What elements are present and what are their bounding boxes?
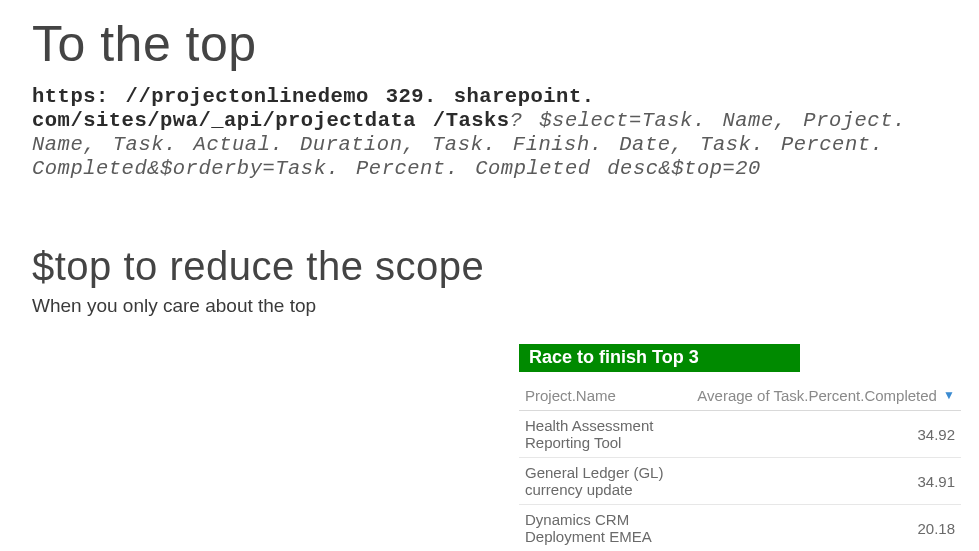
cell-project-name: General Ledger (GL) currency update <box>519 458 691 505</box>
top3-table: Project.Name Average of Task.Percent.Com… <box>519 382 961 551</box>
top3-chart-title: Race to finish Top 3 <box>519 344 800 372</box>
table-row: Dynamics CRM Deployment EMEA 20.18 <box>519 505 961 552</box>
odata-url-block: https: //projectonlinedemo 329. sharepoi… <box>32 85 947 182</box>
col-header-avg-percent: Average of Task.Percent.Completed ▼ <box>691 382 961 411</box>
col-header-avg-percent-label: Average of Task.Percent.Completed <box>697 387 937 404</box>
table-row: Health Assessment Reporting Tool 34.92 <box>519 411 961 458</box>
section-subheading: $top to reduce the scope <box>32 245 947 287</box>
table-row: General Ledger (GL) currency update 34.9… <box>519 458 961 505</box>
page-title: To the top <box>32 18 947 71</box>
table-header-row: Project.Name Average of Task.Percent.Com… <box>519 382 961 411</box>
top3-chart-area: Race to finish Top 3 Project.Name Averag… <box>519 344 961 551</box>
sort-desc-icon: ▼ <box>943 388 955 402</box>
cell-avg-percent: 20.18 <box>691 505 961 552</box>
col-header-project-name: Project.Name <box>519 382 691 411</box>
section-body-text: When you only care about the top <box>32 295 947 317</box>
cell-project-name: Health Assessment Reporting Tool <box>519 411 691 458</box>
cell-project-name: Dynamics CRM Deployment EMEA <box>519 505 691 552</box>
cell-avg-percent: 34.91 <box>691 458 961 505</box>
cell-avg-percent: 34.92 <box>691 411 961 458</box>
slide: To the top https: //projectonlinedemo 32… <box>0 0 979 551</box>
